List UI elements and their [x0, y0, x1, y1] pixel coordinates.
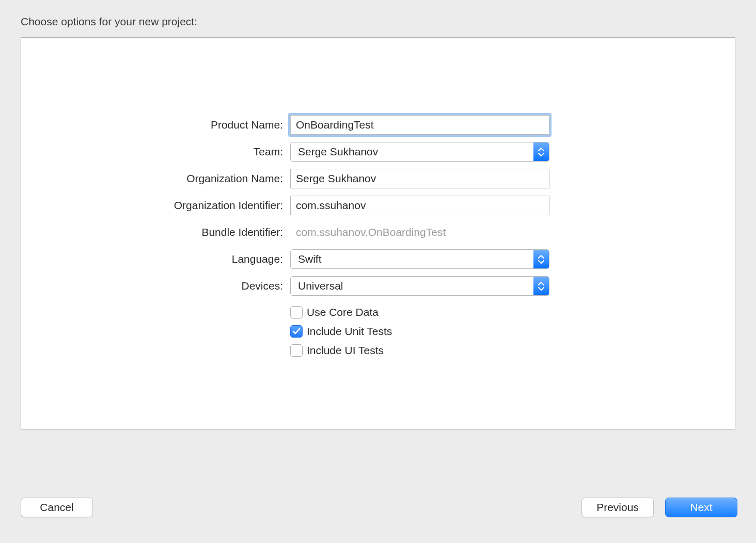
core-data-label: Use Core Data [307, 306, 379, 318]
bundle-identifier-label: Bundle Identifier: [146, 226, 290, 238]
bundle-identifier-value: com.ssuhanov.OnBoardingTest [290, 226, 610, 238]
language-select[interactable]: Swift [290, 249, 549, 269]
new-project-options-dialog: Choose options for your new project: Pro… [0, 0, 756, 543]
checkbox-group: Use Core Data Include Unit Tests [146, 305, 610, 358]
devices-select-value: Universal [291, 280, 533, 292]
team-select-value: Serge Sukhanov [291, 146, 533, 158]
next-button[interactable]: Next [665, 498, 737, 517]
language-row: Language: Swift [146, 249, 610, 269]
product-name-label: Product Name: [146, 119, 290, 131]
ui-tests-label: Include UI Tests [307, 344, 384, 357]
core-data-checkbox[interactable] [290, 306, 303, 318]
ui-tests-row: Include UI Tests [146, 343, 610, 358]
ui-tests-checkbox[interactable] [290, 344, 303, 357]
organization-identifier-label: Organization Identifier: [146, 199, 290, 212]
unit-tests-label: Include Unit Tests [307, 325, 392, 338]
chevron-updown-icon [533, 277, 549, 295]
chevron-updown-icon [533, 250, 549, 268]
language-select-value: Swift [291, 253, 533, 265]
language-label: Language: [146, 253, 290, 265]
options-form: Product Name: Team: Serge Sukhanov [146, 115, 610, 358]
team-row: Team: Serge Sukhanov [146, 142, 610, 162]
content-panel: Product Name: Team: Serge Sukhanov [21, 37, 735, 429]
organization-name-label: Organization Name: [146, 172, 290, 185]
button-bar: Cancel Previous Next [21, 498, 737, 517]
devices-select[interactable]: Universal [290, 276, 549, 296]
organization-identifier-row: Organization Identifier: [146, 196, 610, 215]
team-select[interactable]: Serge Sukhanov [290, 142, 549, 162]
previous-button[interactable]: Previous [581, 498, 654, 517]
unit-tests-checkbox[interactable] [290, 325, 303, 338]
bundle-identifier-row: Bundle Identifier: com.ssuhanov.OnBoardi… [146, 222, 610, 242]
unit-tests-row: Include Unit Tests [146, 324, 610, 339]
dialog-title: Choose options for your new project: [0, 0, 756, 37]
chevron-updown-icon [533, 142, 549, 161]
product-name-input[interactable] [290, 115, 549, 135]
devices-label: Devices: [146, 280, 290, 292]
organization-name-row: Organization Name: [146, 169, 610, 188]
product-name-row: Product Name: [146, 115, 610, 135]
organization-name-input[interactable] [290, 169, 549, 188]
organization-identifier-input[interactable] [290, 196, 549, 215]
core-data-row: Use Core Data [146, 305, 610, 320]
devices-row: Devices: Universal [146, 276, 610, 296]
cancel-button[interactable]: Cancel [21, 498, 93, 517]
team-label: Team: [146, 146, 290, 158]
